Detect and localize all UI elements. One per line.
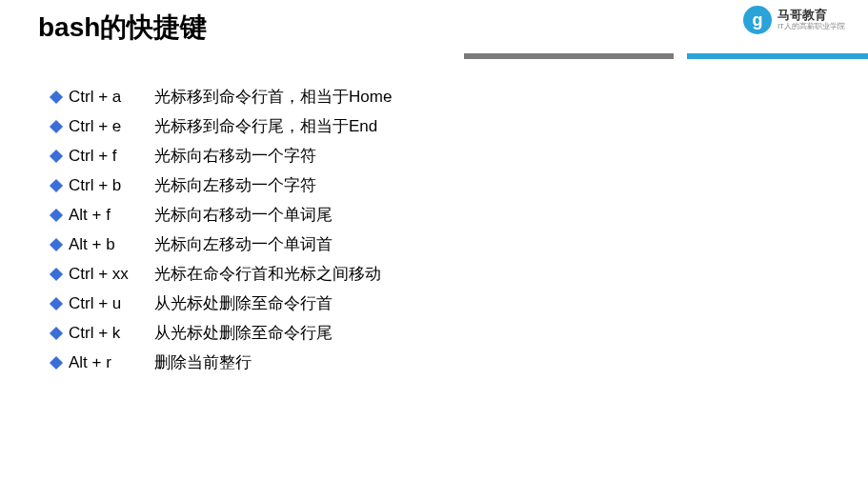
shortcut-key: Ctrl + b <box>69 176 154 195</box>
bar-gray <box>464 53 674 59</box>
list-item: Alt + b 光标向左移动一个单词首 <box>51 230 868 259</box>
bullet-icon <box>50 237 63 250</box>
shortcut-key: Ctrl + k <box>69 324 154 343</box>
list-item: Ctrl + b 光标向左移动一个字符 <box>51 170 868 200</box>
brand-logo: g 马哥教育 IT人的高薪职业学院 <box>743 6 845 34</box>
page-title: bash的快捷键 <box>38 10 830 46</box>
header: bash的快捷键 g 马哥教育 IT人的高薪职业学院 <box>0 0 868 59</box>
bullet-icon <box>50 149 63 162</box>
list-item: Alt + f 光标向右移动一个单词尾 <box>51 200 868 230</box>
bullet-icon <box>50 90 63 103</box>
bullet-icon <box>50 178 63 191</box>
shortcut-key: Alt + r <box>69 353 154 372</box>
shortcut-desc: 光标向左移动一个字符 <box>154 174 868 196</box>
bullet-icon <box>50 208 63 221</box>
shortcut-desc: 光标向右移动一个字符 <box>154 145 868 167</box>
list-item: Ctrl + f 光标向右移动一个字符 <box>51 141 868 170</box>
accent-bar <box>0 53 868 59</box>
shortcut-desc: 光标在命令行首和光标之间移动 <box>154 263 868 285</box>
shortcut-desc: 从光标处删除至命令行首 <box>154 292 868 314</box>
bullet-icon <box>50 326 63 339</box>
logo-line2: IT人的高薪职业学院 <box>777 23 845 31</box>
list-item: Ctrl + e 光标移到命令行尾，相当于End <box>51 111 868 141</box>
list-item: Ctrl + k 从光标处删除至命令行尾 <box>51 318 868 348</box>
list-item: Ctrl + a 光标移到命令行首，相当于Home <box>51 82 868 111</box>
bar-blue <box>687 53 868 59</box>
shortcut-desc: 从光标处删除至命令行尾 <box>154 322 868 344</box>
list-item: Alt + r 删除当前整行 <box>51 348 868 377</box>
shortcut-key: Ctrl + u <box>69 294 154 313</box>
logo-text: 马哥教育 IT人的高薪职业学院 <box>777 9 845 30</box>
bullet-icon <box>50 355 63 369</box>
shortcut-desc: 删除当前整行 <box>154 351 868 373</box>
logo-icon: g <box>743 6 772 34</box>
list-item: Ctrl + u 从光标处删除至命令行首 <box>51 289 868 318</box>
shortcut-key: Alt + f <box>69 206 154 225</box>
list-item: Ctrl + xx 光标在命令行首和光标之间移动 <box>51 259 868 289</box>
shortcut-desc: 光标向右移动一个单词尾 <box>154 204 868 226</box>
shortcut-desc: 光标移到命令行尾，相当于End <box>154 115 868 137</box>
shortcut-key: Ctrl + f <box>69 147 154 166</box>
bullet-icon <box>50 267 63 280</box>
shortcut-key: Ctrl + xx <box>69 265 154 284</box>
shortcut-key: Alt + b <box>69 235 154 254</box>
shortcut-desc: 光标移到命令行首，相当于Home <box>154 86 868 108</box>
shortcut-list: Ctrl + a 光标移到命令行首，相当于Home Ctrl + e 光标移到命… <box>0 59 868 377</box>
logo-line1: 马哥教育 <box>777 9 845 22</box>
shortcut-desc: 光标向左移动一个单词首 <box>154 233 868 255</box>
shortcut-key: Ctrl + a <box>69 88 154 107</box>
bullet-icon <box>50 296 63 310</box>
shortcut-key: Ctrl + e <box>69 117 154 136</box>
bullet-icon <box>50 119 63 132</box>
